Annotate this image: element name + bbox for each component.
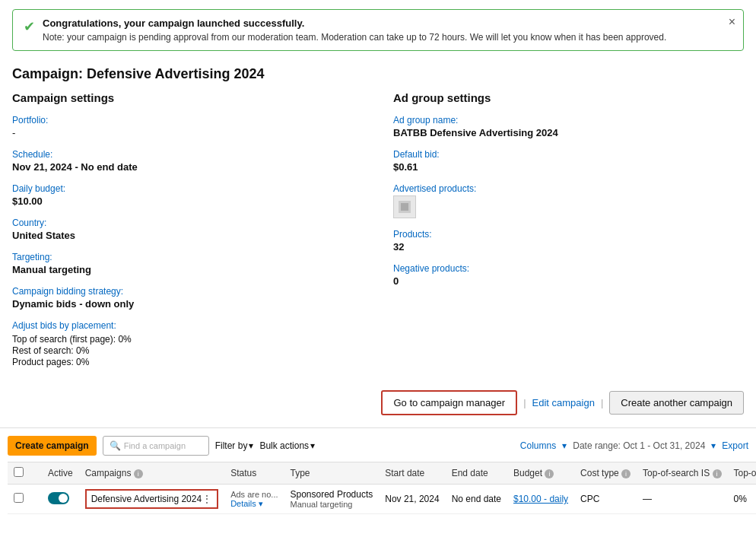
- daily-budget-item: Daily budget: $10.00: [12, 183, 363, 207]
- action-row: Go to campaign manager | Edit campaign |…: [0, 390, 756, 427]
- columns-button[interactable]: Columns: [520, 440, 556, 451]
- budget-info-icon[interactable]: i: [545, 469, 554, 478]
- country-label: Country:: [12, 218, 363, 228]
- daily-budget-value: $10.00: [12, 195, 363, 207]
- bidding-strategy-item: Campaign bidding strategy: Dynamic bids …: [12, 286, 363, 310]
- schedule-label: Schedule:: [12, 149, 363, 160]
- row-budget-cell[interactable]: $10.00 - daily: [507, 485, 574, 514]
- campaign-title-section: Campaign: Defensive Advertising 2024: [0, 60, 756, 91]
- country-value: United States: [12, 230, 363, 241]
- placement-row-0: Top of search (first page): 0%: [12, 334, 363, 345]
- campaign-name-text: Defensive Advertising 2024: [91, 494, 202, 504]
- th-expand: [30, 462, 42, 485]
- create-campaign-button[interactable]: Create campaign: [8, 436, 97, 456]
- filter-label: Filter by: [215, 440, 248, 451]
- placement-row-1: Rest of search: 0%: [12, 345, 363, 356]
- country-item: Country: United States: [12, 218, 363, 241]
- targeting-value: Manual targeting: [12, 264, 363, 275]
- campaign-options-icon[interactable]: ⋮: [202, 493, 212, 505]
- ad-group-name-value: BATBB Defensive Advertising 2024: [393, 127, 744, 138]
- negative-products-label: Negative products:: [393, 263, 744, 274]
- status-detail-link[interactable]: Details ▾: [230, 499, 278, 509]
- row-start-date-cell: Nov 21, 2024: [379, 485, 445, 514]
- bulk-actions-button[interactable]: Bulk actions ▾: [259, 440, 315, 451]
- create-another-campaign-button[interactable]: Create another campaign: [609, 391, 744, 415]
- row-checkbox[interactable]: [14, 493, 24, 503]
- campaigns-info-icon[interactable]: i: [134, 469, 143, 478]
- check-icon: ✔: [24, 18, 35, 35]
- filter-chevron-icon: ▾: [249, 440, 253, 451]
- banner-title: Congratulations, your campaign launched …: [43, 17, 732, 29]
- row-bid-adjustment-cell: 0%: [728, 485, 757, 514]
- placement-rows: Top of search (first page): 0% Rest of s…: [12, 334, 363, 367]
- th-bid-adjustment: Top-of-search bid adjustment i: [728, 462, 757, 485]
- placement-row-2: Product pages: 0%: [12, 357, 363, 367]
- negative-products-item: Negative products: 0: [393, 263, 744, 287]
- select-all-checkbox[interactable]: [14, 467, 24, 477]
- campaign-settings-heading: Campaign settings: [12, 91, 363, 104]
- th-select-all[interactable]: [8, 462, 30, 485]
- table-toolbar: Create campaign 🔍 Find a campaign Filter…: [8, 436, 748, 456]
- campaign-name: Defensive Advertising 2024: [87, 66, 264, 81]
- row-expand-cell: [30, 485, 42, 514]
- schedule-value: Nov 21, 2024 - No end date: [12, 161, 363, 173]
- th-status: Status: [224, 462, 284, 485]
- targeting-label: Targeting:: [12, 252, 363, 262]
- go-to-campaign-manager-button[interactable]: Go to campaign manager: [381, 390, 517, 415]
- toolbar-right: Columns ▾ Date range: Oct 1 - Oct 31, 20…: [520, 440, 748, 451]
- row-checkbox-cell[interactable]: [8, 485, 30, 514]
- targeting-item: Targeting: Manual targeting: [12, 252, 363, 275]
- th-end-date: End date: [446, 462, 507, 485]
- portfolio-label: Portfolio:: [12, 115, 363, 126]
- th-cost-type: Cost type i: [574, 462, 637, 485]
- success-banner: ✔ Congratulations, your campaign launche…: [12, 9, 744, 51]
- th-budget: Budget i: [507, 462, 574, 485]
- row-active-cell[interactable]: [42, 485, 79, 514]
- negative-products-value: 0: [393, 275, 744, 287]
- budget-link[interactable]: $10.00 - daily: [513, 494, 568, 504]
- table-header-row: Active Campaigns i Status Type Start dat…: [8, 462, 756, 485]
- filter-button[interactable]: Filter by ▾: [215, 440, 254, 451]
- export-button[interactable]: Export: [722, 440, 748, 451]
- schedule-item: Schedule: Nov 21, 2024 - No end date: [12, 149, 363, 173]
- portfolio-value: -: [12, 127, 363, 138]
- bidding-strategy-label: Campaign bidding strategy:: [12, 286, 363, 297]
- th-active: Active: [42, 462, 79, 485]
- default-bid-label: Default bid:: [393, 149, 744, 160]
- status-text: Ads are no...: [230, 490, 278, 499]
- divider2: |: [601, 397, 603, 408]
- type-line2: Manual targeting: [291, 500, 373, 509]
- campaign-settings-col: Campaign settings Portfolio: - Schedule:…: [12, 91, 363, 378]
- divider: |: [523, 397, 526, 408]
- products-label: Products:: [393, 229, 744, 240]
- banner-note: Note: your campaign is pending approval …: [43, 32, 732, 43]
- cost-type-info-icon[interactable]: i: [621, 469, 631, 478]
- campaigns-table: Active Campaigns i Status Type Start dat…: [8, 462, 756, 514]
- date-range-label[interactable]: Date range: Oct 1 - Oct 31, 2024: [573, 440, 705, 451]
- search-placeholder: Find a campaign: [124, 441, 186, 450]
- top-search-is-info-icon[interactable]: i: [713, 469, 722, 478]
- advertised-products-label: Advertised products:: [393, 183, 744, 194]
- campaign-title-prefix: Campaign:: [12, 66, 87, 81]
- edit-campaign-button[interactable]: Edit campaign: [532, 397, 595, 408]
- row-type-cell: Sponsored Products Manual targeting: [284, 485, 380, 514]
- row-campaign-name-cell[interactable]: Defensive Advertising 2024 ⋮: [79, 485, 224, 514]
- default-bid-value: $0.61: [393, 161, 744, 173]
- default-bid-item: Default bid: $0.61: [393, 149, 744, 173]
- ad-group-settings-heading: Ad group settings: [393, 91, 744, 104]
- row-cost-type-cell: CPC: [574, 485, 637, 514]
- columns-chevron-icon: ▾: [562, 440, 567, 451]
- ad-group-name-item: Ad group name: BATBB Defensive Advertisi…: [393, 115, 744, 138]
- row-status-cell: Ads are no... Details ▾: [224, 485, 284, 514]
- products-value: 32: [393, 241, 744, 253]
- bulk-chevron-icon: ▾: [310, 440, 315, 451]
- search-box[interactable]: 🔍 Find a campaign: [103, 436, 209, 456]
- campaign-name-box[interactable]: Defensive Advertising 2024 ⋮: [85, 489, 218, 509]
- close-banner-button[interactable]: ×: [729, 16, 735, 28]
- daily-budget-label: Daily budget:: [12, 183, 363, 194]
- search-icon: 🔍: [110, 440, 121, 451]
- ad-group-settings-col: Ad group settings Ad group name: BATBB D…: [393, 91, 744, 378]
- table-section: Create campaign 🔍 Find a campaign Filter…: [0, 427, 756, 514]
- active-toggle[interactable]: [48, 492, 69, 504]
- bulk-label: Bulk actions: [259, 440, 309, 451]
